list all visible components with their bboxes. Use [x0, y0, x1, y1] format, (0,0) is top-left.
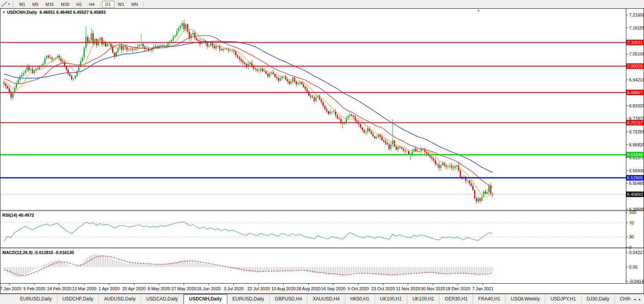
toolbar-grip: [13, 1, 13, 7]
timeframe-button-w1[interactable]: W1: [114, 1, 128, 8]
tab-xauusd-h4[interactable]: XAUUSD,H4: [307, 294, 345, 304]
tab-audusd-daily[interactable]: AUDUSD,Daily: [99, 294, 141, 304]
svg-text:7.00029: 7.00029: [627, 64, 643, 68]
svg-text:-0.04148: -0.04148: [629, 279, 644, 284]
line-tool-icon[interactable]: [1, 1, 8, 7]
svg-text:100: 100: [629, 210, 636, 215]
chart-ohlc-values: 6.46051 6.46492 6.45527 6.45893: [39, 10, 105, 15]
chart-symbol-period: USDCNH,Daily: [7, 10, 37, 15]
svg-text:6.76157: 6.76157: [627, 120, 643, 125]
tab-dj30-daily[interactable]: DJ30,Daily: [581, 294, 615, 304]
svg-text:6.50485: 6.50485: [629, 181, 644, 186]
tab-uk100-h1-2[interactable]: UK100,H1: [407, 294, 440, 304]
svg-text:8 May 2020: 8 May 2020: [147, 286, 170, 291]
svg-text:6.94210: 6.94210: [629, 77, 644, 82]
svg-text:0.00: 0.00: [629, 265, 637, 269]
tab-uk100-h1[interactable]: UK100,H1: [375, 294, 407, 304]
svg-text:16 Sep 2020: 16 Sep 2020: [321, 286, 346, 291]
svg-text:18 Dec 2020: 18 Dec 2020: [445, 286, 470, 291]
rsi-indicator-label: RSI(14) 40.4972: [2, 213, 34, 217]
svg-text:7.05100: 7.05100: [629, 52, 644, 56]
svg-text:23 Oct 2020: 23 Oct 2020: [372, 286, 395, 291]
chart-collapse-icon[interactable]: ▼: [2, 11, 6, 14]
tab-usdcad-daily[interactable]: USDCAD,Daily: [141, 294, 184, 304]
svg-text:22 Jul 2020: 22 Jul 2020: [247, 286, 270, 291]
timeframe-button-m5[interactable]: M5: [29, 1, 42, 8]
timeframe-button-h1[interactable]: H1: [73, 1, 85, 8]
svg-text:10 Aug 2020: 10 Aug 2020: [271, 286, 296, 291]
svg-text:6.66820: 6.66820: [629, 142, 644, 147]
tab-ger30-h1[interactable]: GER30,H1: [440, 294, 473, 304]
tool-dropdown-caret-icon[interactable]: ▾: [8, 2, 10, 6]
svg-text:20 Apr 2020: 20 Apr 2020: [122, 286, 145, 291]
trading-terminal: ▾ M1 M5 M15 M30 H1 H4 D1 W1 MN 7.216007.…: [0, 0, 644, 304]
symbol-tab-bar: EURUSD,Daily USDCHF,Daily AUDUSD,Daily U…: [0, 294, 644, 304]
svg-text:6.88897: 6.88897: [627, 90, 643, 95]
svg-text:11 Nov 2020: 11 Nov 2020: [396, 286, 420, 291]
svg-text:13 Mar 2020: 13 Mar 2020: [72, 286, 96, 291]
chart-title: ▼USDCNH,Daily 6.46051 6.46492 6.45527 6.…: [2, 10, 106, 15]
svg-text:3 Jul 2020: 3 Jul 2020: [224, 286, 244, 291]
toolbar-separator: [143, 1, 144, 7]
toolbar-separator: [100, 1, 100, 7]
svg-text:15 Jun 2020: 15 Jun 2020: [197, 286, 221, 291]
tab-scroll-right-icon[interactable]: ▸: [639, 297, 641, 301]
svg-text:0: 0: [629, 245, 631, 250]
svg-text:30 Nov 2020: 30 Nov 2020: [421, 286, 445, 291]
timeframe-button-m15[interactable]: M15: [42, 1, 57, 8]
svg-text:1 Apr 2020: 1 Apr 2020: [99, 286, 120, 291]
svg-text:6.62646: 6.62646: [627, 152, 643, 157]
svg-text:6.45893: 6.45893: [627, 192, 643, 197]
svg-text:7.10011: 7.10011: [627, 40, 643, 45]
svg-text:0.042275: 0.042275: [629, 250, 644, 255]
svg-text:28 Aug 2020: 28 Aug 2020: [296, 286, 321, 291]
tab-usdjpy-h1[interactable]: USDJPY,H1: [545, 294, 581, 304]
timeframe-button-m1[interactable]: M1: [16, 1, 29, 8]
svg-text:6.72265: 6.72265: [629, 129, 644, 134]
svg-text:17 Jan 2020: 17 Jan 2020: [0, 286, 21, 291]
svg-text:5 Feb 2020: 5 Feb 2020: [24, 286, 46, 291]
timeframe-button-h4[interactable]: H4: [85, 1, 98, 8]
tab-eurusd-daily-2[interactable]: EURUSD,Daily: [227, 294, 270, 304]
timeframe-button-m30[interactable]: M30: [57, 1, 73, 8]
svg-text:70: 70: [629, 221, 634, 225]
svg-text:27 May 2020: 27 May 2020: [171, 286, 197, 291]
tab-usdchf-daily[interactable]: USDCHF,Daily: [57, 294, 99, 304]
svg-text:6.83320: 6.83320: [629, 103, 644, 108]
timeframe-button-d1[interactable]: D1: [102, 1, 114, 8]
tab-usoil-weekly[interactable]: USOil,Weekly: [506, 294, 545, 304]
macd-indicator-label: MACD(12,26,9) -0.012815 -0.016130: [2, 250, 74, 255]
chart-window: 7.216007.161557.051006.942106.833206.778…: [0, 8, 644, 294]
tab-eurusd-daily[interactable]: EURUSD,Daily: [15, 294, 57, 304]
svg-text:5 Oct 2020: 5 Oct 2020: [348, 286, 369, 291]
tab-scroll-controls: ◂ ▸: [631, 294, 644, 304]
tab-fra40-h1[interactable]: FRA40,H1: [473, 294, 506, 304]
svg-text:7.21600: 7.21600: [629, 13, 644, 17]
svg-text:6.52865: 6.52865: [627, 175, 643, 180]
tab-scroll-left-icon[interactable]: ◂: [634, 297, 636, 301]
svg-text:7 Jan 2021: 7 Jan 2021: [472, 286, 493, 291]
tab-usdcnh-daily[interactable]: USDCNH,Daily: [184, 294, 227, 304]
tab-gbpusd-h4[interactable]: GBPUSD,H4: [270, 294, 307, 304]
svg-text:6.55930: 6.55930: [629, 168, 644, 173]
chart-canvas[interactable]: 7.216007.161557.051006.942106.833206.778…: [0, 8, 644, 294]
svg-text:30: 30: [629, 234, 634, 239]
svg-text:24 Feb 2020: 24 Feb 2020: [47, 286, 72, 291]
svg-text:7.16155: 7.16155: [629, 26, 644, 30]
timeframe-button-mn[interactable]: MN: [128, 1, 142, 8]
timeframe-toolbar: ▾ M1 M5 M15 M30 H1 H4 D1 W1 MN: [0, 0, 644, 9]
tab-hk50-h1[interactable]: HK50,H1: [345, 294, 375, 304]
